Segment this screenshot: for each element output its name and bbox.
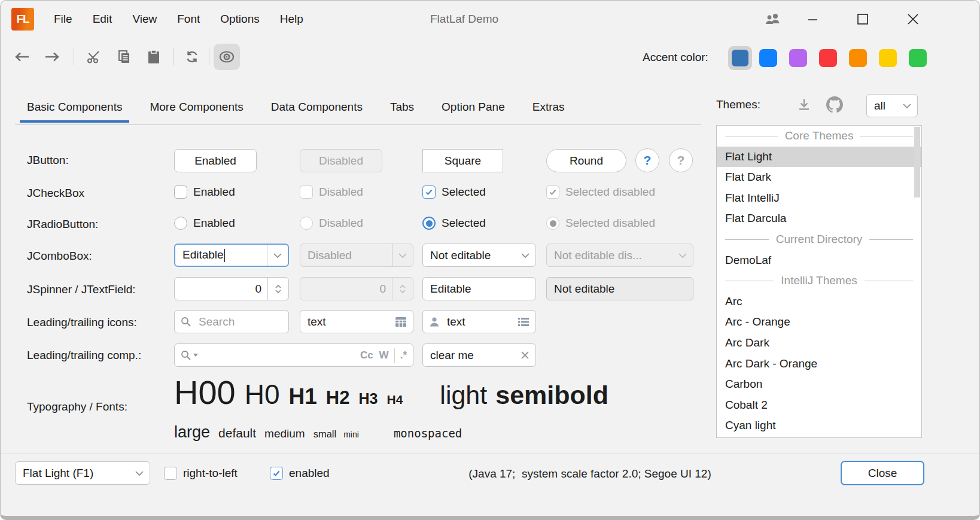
themes-list[interactable]: Core Themes Flat Light Flat Dark Flat In… xyxy=(716,125,922,438)
app-window: FL File Edit View Font Options Help Flat… xyxy=(0,0,980,520)
theme-item-flat-intellij[interactable]: Flat IntelliJ xyxy=(717,188,921,209)
theme-item-flat-darcula[interactable]: Flat Darcula xyxy=(717,208,921,229)
accent-swatch-purple[interactable] xyxy=(789,49,807,67)
combobox-value: Not editable dis... xyxy=(547,249,672,262)
menu-view[interactable]: View xyxy=(122,13,167,26)
app-logo: FL xyxy=(11,8,34,31)
combobox-value: Not editable xyxy=(423,249,515,262)
github-button[interactable] xyxy=(825,95,844,114)
tab-option-pane[interactable]: Option Pane xyxy=(434,95,512,123)
accent-swatch-yellow[interactable] xyxy=(879,49,897,67)
combobox-not-editable-disabled: Not editable dis... xyxy=(546,244,693,267)
forward-button[interactable] xyxy=(39,44,65,70)
combobox-not-editable[interactable]: Not editable xyxy=(422,244,536,267)
menu-help[interactable]: Help xyxy=(270,13,314,26)
h2-sample: H2 xyxy=(326,387,350,409)
show-hover-toggle-button[interactable] xyxy=(214,44,240,70)
search-with-options-field[interactable]: Cc W .* xyxy=(174,343,413,367)
menu-edit[interactable]: Edit xyxy=(83,13,123,26)
search-field[interactable]: Search xyxy=(174,310,289,333)
theme-item-flat-light[interactable]: Flat Light xyxy=(717,147,921,168)
round-button[interactable]: Round xyxy=(546,149,626,172)
back-button[interactable] xyxy=(9,44,35,70)
search-dropdown-icon[interactable] xyxy=(175,350,198,361)
theme-item-demolaf[interactable]: DemoLaf xyxy=(717,250,921,271)
enabled-checkbox[interactable]: enabled xyxy=(270,467,330,480)
checkbox-label: enabled xyxy=(289,467,330,480)
maximize-button[interactable] xyxy=(849,5,876,33)
menu-file[interactable]: File xyxy=(44,13,83,26)
theme-item-arc-orange[interactable]: Arc - Orange xyxy=(717,312,921,333)
tab-more-components[interactable]: More Components xyxy=(142,95,250,123)
spinner-arrows-icon[interactable] xyxy=(268,284,288,294)
textfield-value: Not editable xyxy=(547,282,693,296)
accent-swatch-orange[interactable] xyxy=(849,49,867,67)
cut-icon xyxy=(87,50,101,64)
themes-scrollbar-thumb[interactable] xyxy=(914,127,920,197)
clearable-field[interactable]: clear me xyxy=(422,343,536,367)
accent-swatch-blue[interactable] xyxy=(759,49,777,67)
match-divider xyxy=(394,348,395,363)
text-value: text xyxy=(300,315,395,329)
theme-item-carbon[interactable]: Carbon xyxy=(717,374,921,395)
theme-item-arc-dark-orange[interactable]: Arc Dark - Orange xyxy=(717,354,921,375)
enabled-button[interactable]: Enabled xyxy=(174,149,257,172)
paste-button[interactable] xyxy=(141,44,167,70)
textfield-editable[interactable]: Editable xyxy=(422,277,536,300)
right-to-left-checkbox[interactable]: right-to-left xyxy=(164,467,238,480)
accent-swatch-default-blue[interactable] xyxy=(728,46,752,70)
tab-tabs[interactable]: Tabs xyxy=(383,95,421,123)
help-button[interactable]: ? xyxy=(635,148,659,172)
download-themes-button[interactable] xyxy=(795,96,813,113)
help-button-disabled: ? xyxy=(669,148,693,172)
checkbox-selected[interactable]: Selected xyxy=(422,186,486,199)
refresh-icon xyxy=(185,50,199,64)
menu-options[interactable]: Options xyxy=(210,13,269,26)
check-icon xyxy=(272,469,281,478)
theme-item-cyan-light[interactable]: Cyan light xyxy=(717,415,921,436)
theme-item-arc[interactable]: Arc xyxy=(717,291,921,312)
square-button[interactable]: Square xyxy=(422,149,503,172)
close-window-button[interactable] xyxy=(899,5,927,33)
theme-item-dark-flat[interactable]: Dark Flat xyxy=(717,436,921,438)
accent-swatch-green[interactable] xyxy=(909,49,927,67)
clear-icon[interactable] xyxy=(521,351,535,360)
download-icon xyxy=(798,98,811,111)
list-icon[interactable] xyxy=(518,317,535,327)
users-button[interactable] xyxy=(759,5,787,33)
checkbox-enabled[interactable]: Enabled xyxy=(174,186,235,199)
text-field-user-list[interactable]: text xyxy=(422,310,536,333)
checkbox-label: Selected disabled xyxy=(565,186,655,199)
whole-word-toggle[interactable]: W xyxy=(379,349,389,361)
radio-selected[interactable]: Selected xyxy=(422,217,486,230)
theme-item-flat-dark[interactable]: Flat Dark xyxy=(717,167,921,188)
theme-item-cobalt-2[interactable]: Cobalt 2 xyxy=(717,395,921,416)
chevron-down-icon[interactable] xyxy=(267,253,288,258)
tab-data-components[interactable]: Data Components xyxy=(264,95,370,123)
spinner[interactable]: 0 xyxy=(174,277,289,300)
calendar-icon[interactable] xyxy=(395,317,413,327)
accent-swatch-red[interactable] xyxy=(819,49,837,67)
combobox-editable[interactable]: Editable xyxy=(174,244,289,267)
minimize-button[interactable] xyxy=(799,5,826,33)
jcheckbox-row-label: JCheckBox xyxy=(27,187,84,200)
regex-toggle[interactable]: .* xyxy=(400,349,407,361)
lookandfeel-combobox[interactable]: Flat Light (F1) xyxy=(15,461,150,485)
copy-button[interactable] xyxy=(111,44,137,70)
theme-item-arc-dark[interactable]: Arc Dark xyxy=(717,333,921,354)
text-field-calendar[interactable]: text xyxy=(300,310,413,333)
cut-button[interactable] xyxy=(81,44,107,70)
h00-sample: H00 xyxy=(174,373,236,412)
menu-font[interactable]: Font xyxy=(167,13,210,26)
refresh-button[interactable] xyxy=(179,44,205,70)
radio-circle xyxy=(546,217,559,230)
checkbox-box xyxy=(546,186,559,199)
tab-basic-components[interactable]: Basic Components xyxy=(20,95,129,123)
close-button[interactable]: Close xyxy=(841,461,924,485)
themes-filter-combobox[interactable]: all xyxy=(866,94,918,117)
spinner-value[interactable]: 0 xyxy=(175,282,267,296)
match-case-toggle[interactable]: Cc xyxy=(360,349,373,361)
radio-enabled[interactable]: Enabled xyxy=(174,217,235,230)
tab-extras[interactable]: Extras xyxy=(525,95,572,123)
combobox-disabled: Disabled xyxy=(300,244,413,267)
